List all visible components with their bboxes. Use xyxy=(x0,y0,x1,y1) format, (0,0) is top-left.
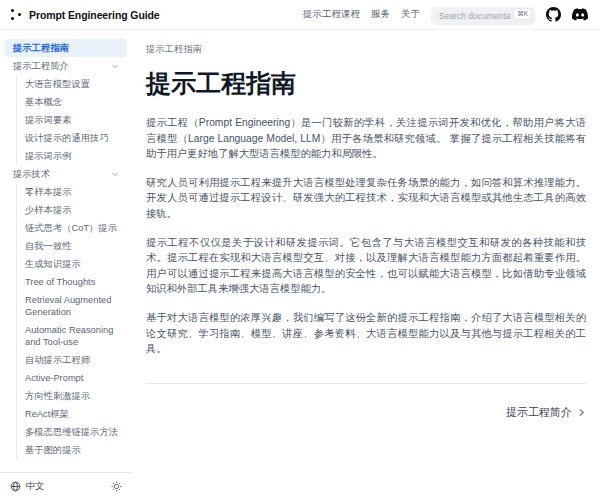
sidebar-item[interactable]: 多模态思维链提示方法 xyxy=(17,423,127,441)
sidebar-item-label: 少样本提示 xyxy=(25,204,71,216)
sidebar-item-label: 零样本提示 xyxy=(25,186,71,198)
sidebar-item[interactable]: Automatic Reasoning and Tool-use xyxy=(17,321,127,351)
sidebar-item-label: 大语言模型设置 xyxy=(25,78,90,90)
sidebar-item-label: 提示技术 xyxy=(13,168,50,180)
sidebar-item-label: Tree of Thoughts xyxy=(25,276,95,288)
language-label: 中文 xyxy=(26,480,45,493)
theme-toggle[interactable] xyxy=(111,481,122,492)
sidebar-item[interactable]: 提示工程简介 xyxy=(5,57,127,75)
header-nav: 提示工程课程 服务 关于 xyxy=(303,8,420,21)
sidebar-item[interactable]: 提示工程指南 xyxy=(5,39,127,57)
sidebar-footer: 中文 xyxy=(0,472,132,500)
sun-icon xyxy=(111,481,122,492)
sidebar-item[interactable]: 设计提示的通用技巧 xyxy=(17,129,127,147)
header-right: 提示工程课程 服务 关于 ⌘K xyxy=(303,5,588,25)
globe-icon xyxy=(10,481,21,492)
search-box: ⌘K xyxy=(431,5,535,25)
paragraph: 研究人员可利用提示工程来提升大语言模型处理复杂任务场景的能力，如问答和算术推理能… xyxy=(146,175,586,222)
chevron-down-icon xyxy=(111,170,119,178)
logo[interactable]: Prompt Engineering Guide xyxy=(10,8,160,22)
sidebar-subgroup: 零样本提示少样本提示链式思考（CoT）提示自我一致性生成知识提示Tree of … xyxy=(16,183,127,459)
discord-icon[interactable] xyxy=(572,8,588,21)
sidebar-item[interactable]: 方向性刺激提示 xyxy=(17,387,127,405)
sidebar-subgroup: 大语言模型设置基本概念提示词要素设计提示的通用技巧提示词示例 xyxy=(16,75,127,165)
sidebar-item-label: 链式思考（CoT）提示 xyxy=(25,222,117,234)
sidebar-item-label: Active-Prompt xyxy=(25,372,83,384)
sidebar-item[interactable]: 提示词示例 xyxy=(17,147,127,165)
sidebar-item[interactable]: 基本概念 xyxy=(17,93,127,111)
chevron-down-icon xyxy=(111,62,119,70)
page-title: 提示工程指南 xyxy=(146,67,586,100)
sidebar-item[interactable]: 提示词要素 xyxy=(17,111,127,129)
paragraph: 基于对大语言模型的浓厚兴趣，我们编写了这份全新的提示工程指南，介绍了大语言模型相… xyxy=(146,310,586,357)
language-selector[interactable]: 中文 xyxy=(10,480,45,493)
sidebar-item-label: ReAct框架 xyxy=(25,408,69,420)
search-shortcut-badge: ⌘K xyxy=(513,8,532,20)
paragraph: 提示工程（Prompt Engineering）是一门较新的学科，关注提示词开发… xyxy=(146,115,586,162)
sidebar-item[interactable]: Active-Prompt xyxy=(17,369,127,387)
sidebar-item-label: Automatic Reasoning and Tool-use xyxy=(25,324,119,348)
nav-link-services[interactable]: 服务 xyxy=(371,8,390,21)
sidebar-item[interactable]: 大语言模型设置 xyxy=(17,75,127,93)
sidebar-item-label: 提示工程指南 xyxy=(13,42,69,54)
sidebar-item-label: 生成知识提示 xyxy=(25,258,81,270)
sidebar-item[interactable]: Tree of Thoughts xyxy=(17,273,127,291)
sidebar-item[interactable]: 少样本提示 xyxy=(17,201,127,219)
main-content: 提示工程指南 提示工程指南 提示工程（Prompt Engineering）是一… xyxy=(132,30,600,500)
nav-link-about[interactable]: 关于 xyxy=(401,8,420,21)
sidebar: 提示工程指南提示工程简介大语言模型设置基本概念提示词要素设计提示的通用技巧提示词… xyxy=(0,30,132,500)
sidebar-item-label: 多模态思维链提示方法 xyxy=(25,426,118,438)
sidebar-item-label: 设计提示的通用技巧 xyxy=(25,132,109,144)
sidebar-item-label: 提示词示例 xyxy=(25,150,71,162)
sidebar-item[interactable]: 生成知识提示 xyxy=(17,255,127,273)
sidebar-item-label: Retrieval Augmented Generation xyxy=(25,294,119,318)
sidebar-item-label: 基本概念 xyxy=(25,96,62,108)
github-icon[interactable] xyxy=(546,7,561,22)
sidebar-item-label: 基于图的提示 xyxy=(25,444,81,456)
pagination: 提示工程简介 xyxy=(146,405,586,420)
divider xyxy=(146,383,586,384)
logo-text: Prompt Engineering Guide xyxy=(29,9,160,21)
sidebar-item[interactable]: ReAct框架 xyxy=(17,405,127,423)
sidebar-item[interactable]: 自我一致性 xyxy=(17,237,127,255)
sidebar-item-label: 提示词要素 xyxy=(25,114,71,126)
paragraph: 提示工程不仅仅是关于设计和研发提示词。它包含了与大语言模型交互和研发的各种技能和… xyxy=(146,235,586,297)
sidebar-item[interactable]: 链式思考（CoT）提示 xyxy=(17,219,127,237)
sidebar-item[interactable]: 零样本提示 xyxy=(17,183,127,201)
next-page-label: 提示工程简介 xyxy=(506,405,572,420)
sidebar-item[interactable]: 基于图的提示 xyxy=(17,441,127,459)
sidebar-item[interactable]: 提示技术 xyxy=(5,165,127,183)
header: Prompt Engineering Guide 提示工程课程 服务 关于 ⌘K xyxy=(0,0,600,30)
breadcrumb: 提示工程指南 xyxy=(146,43,586,56)
sidebar-nav: 提示工程指南提示工程简介大语言模型设置基本概念提示词要素设计提示的通用技巧提示词… xyxy=(5,39,127,459)
article-body: 提示工程（Prompt Engineering）是一门较新的学科，关注提示词开发… xyxy=(146,115,586,357)
sidebar-item-label: 自动提示工程师 xyxy=(25,354,90,366)
logo-dots-icon xyxy=(10,8,22,22)
chevron-right-icon xyxy=(577,408,586,417)
sidebar-item-label: 提示工程简介 xyxy=(13,60,69,72)
sidebar-item-label: 方向性刺激提示 xyxy=(25,390,90,402)
next-page-link[interactable]: 提示工程简介 xyxy=(506,405,586,420)
sidebar-item[interactable]: 自动提示工程师 xyxy=(17,351,127,369)
sidebar-item-label: 自我一致性 xyxy=(25,240,71,252)
nav-link-course[interactable]: 提示工程课程 xyxy=(303,8,360,21)
sidebar-item[interactable]: Retrieval Augmented Generation xyxy=(17,291,127,321)
